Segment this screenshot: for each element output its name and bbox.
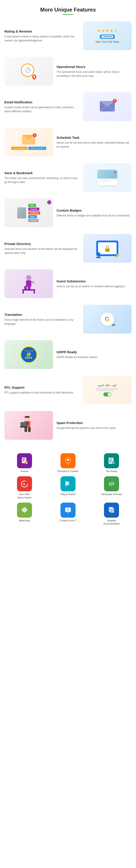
badge-open: Open <box>28 215 37 218</box>
svg-point-33 <box>67 459 69 461</box>
feature-title-private: Private Directory <box>4 242 80 246</box>
page-title: More Unique Features <box>4 7 132 13</box>
feature-title-guest: Guest Submission <box>56 279 132 283</box>
svg-rect-27 <box>22 459 25 459</box>
feature-text-gdpr: GDPR Ready GDPR flexible for business ow… <box>56 350 132 359</box>
docs-icon <box>107 506 116 514</box>
tag-auto-expiration: Auto Expiration <box>11 147 28 150</box>
feature-schedule-task: Schedule Task Admin can fix the time fra… <box>4 128 132 156</box>
icon-item-developer[interactable]: Developer Friendly <box>92 476 132 499</box>
feature-image-gdpr: ★ ★ ★ ★ ★ 🔐 GDPR <box>4 340 53 369</box>
icon-box-developer <box>104 476 119 491</box>
feature-text-schedule: Schedule Task Admin can fix the time fra… <box>56 136 132 149</box>
feature-title-translation: Translation <box>4 313 80 316</box>
feature-image-hours: 🕐 <box>4 57 53 86</box>
icon-box-contact7: 7 <box>60 503 76 518</box>
email-notif-badge: 3 <box>113 99 117 103</box>
mailchimp-icon <box>20 506 29 514</box>
developer-icon <box>107 480 116 488</box>
feature-image-bookmark: ❤ <box>83 163 132 192</box>
badges-inner: New Popular Featured Open Closed ✎ <box>4 202 53 224</box>
feature-title-rating: Rating & Reviews <box>4 29 80 33</box>
feature-title-spam: Spam Protection <box>56 421 132 425</box>
svg-point-8 <box>26 275 31 280</box>
feature-image-private: 🔒 👤 🔑 <box>83 234 132 263</box>
feature-title-rtl: RTL Support <box>4 385 80 389</box>
svg-rect-29 <box>22 461 24 461</box>
stars-row: ★ ★ ★ ★ ★ <box>97 28 118 33</box>
icon-item-contact7[interactable]: 7 Contact Form 7 <box>48 503 88 525</box>
icon-label-docs: DetailedDocumentation <box>103 519 120 525</box>
feature-title-bookmark: Save & Bookmark <box>4 171 80 175</box>
svg-rect-57 <box>111 512 112 512</box>
feature-image-guest <box>4 269 53 298</box>
contact7-icon: 7 <box>64 506 72 514</box>
rating-card: 2 Reviews <box>100 34 115 39</box>
svg-rect-35 <box>109 459 112 459</box>
feature-title-schedule: Schedule Task <box>56 136 132 140</box>
star-2: ★ <box>101 28 105 33</box>
feature-text-rating: Rating & Reviews A star based reviews & … <box>4 29 80 42</box>
svg-rect-20 <box>30 422 35 423</box>
feature-text-email: Email Notification Custom-made emails ca… <box>4 100 80 113</box>
feature-title-badges: Custom Badges <box>56 209 132 212</box>
icon-item-invoice[interactable]: $ Invoice <box>4 453 44 473</box>
icon-box-direction <box>60 453 76 468</box>
direction-icon <box>64 457 72 465</box>
spam-wrap <box>19 414 39 436</box>
icon-label-contact7: Contact Form 7 <box>60 519 76 522</box>
svg-rect-28 <box>22 460 25 460</box>
feature-text-translation: Translation Every single element of the … <box>4 313 80 326</box>
feature-image-rtl: كيف حالك اليوم <box>83 376 132 404</box>
svg-rect-37 <box>109 461 111 461</box>
feature-image-email: 3 <box>83 92 132 121</box>
svg-rect-56 <box>111 511 113 511</box>
icon-item-docs[interactable]: DetailedDocumentation <box>92 503 132 525</box>
feature-desc-spam: Google ReCaptcha protects your forms fro… <box>56 426 132 430</box>
badge-new: New <box>28 204 36 207</box>
email-icon-wrap: 3 <box>100 101 115 113</box>
icon-item-oneclick[interactable]: One ClickDemo Import <box>4 476 44 499</box>
rtl-text-demo: كيف حالك اليوم <box>98 383 117 387</box>
icon-box-mailchimp <box>17 503 32 518</box>
feature-desc-translation: Every single element of the theme can be… <box>4 318 80 326</box>
icon-box-invoice: $ <box>17 453 32 468</box>
guest-person-svg <box>20 274 38 294</box>
icon-label-oneclick: One ClickDemo Import <box>17 493 32 499</box>
monitor-frame: 🔒 👤 🔑 <box>96 241 118 256</box>
gdpr-star-1: ★ <box>25 350 26 352</box>
icon-item-flag[interactable]: Flag & Report <box>48 476 88 499</box>
svg-rect-36 <box>109 460 112 460</box>
icon-label-flag: Flag & Report <box>60 493 76 496</box>
icon-label-invoice: Invoice <box>20 470 28 473</box>
badge-edit-btn: ✎ <box>47 200 51 204</box>
rating-badge: 2 Reviews <box>101 35 113 38</box>
icon-box-docs <box>104 503 119 518</box>
icon-item-direction[interactable]: Direction & Contact <box>48 453 88 473</box>
badge-popular: Popular <box>28 208 39 211</box>
rtl-toggle[interactable] <box>103 393 111 396</box>
feature-desc-rating: A star based reviews & rating system is … <box>4 34 80 42</box>
feature-desc-bookmark: The visitor can save and bookmark someth… <box>4 176 80 184</box>
icon-item-tax[interactable]: % Tax Ready <box>92 453 132 473</box>
svg-rect-53 <box>110 508 114 513</box>
gdpr-star-4: ★ <box>30 350 31 352</box>
icon-item-mailchimp[interactable]: Mailchimp <box>4 503 44 525</box>
rtl-lines <box>96 388 118 391</box>
badge-featured: Featured <box>28 211 40 214</box>
svg-rect-24 <box>21 423 27 426</box>
feature-rtl: RTL Support RTL support available to bui… <box>4 376 132 404</box>
svg-rect-9 <box>26 280 31 287</box>
svg-rect-54 <box>111 509 113 509</box>
gdpr-badge: ★ ★ ★ ★ ★ 🔐 GDPR <box>20 346 37 363</box>
feature-desc-schedule: Admin can fix the time frame after which… <box>56 141 132 149</box>
feature-text-spam: Spam Protection Google ReCaptcha protect… <box>56 421 132 430</box>
storefront-text: New York City Shop <box>96 40 119 43</box>
feature-text-hours: Operational Hours The operational hours … <box>56 65 132 78</box>
feature-text-guest: Guest Submission Visitors can act as an … <box>56 279 132 288</box>
svg-rect-21 <box>25 427 27 432</box>
icon-label-tax: Tax Ready <box>106 470 117 473</box>
envelope-notif: 2 <box>22 134 35 146</box>
email-svg <box>100 101 115 112</box>
feature-save-bookmark: Save & Bookmark The visitor can save and… <box>4 163 132 192</box>
